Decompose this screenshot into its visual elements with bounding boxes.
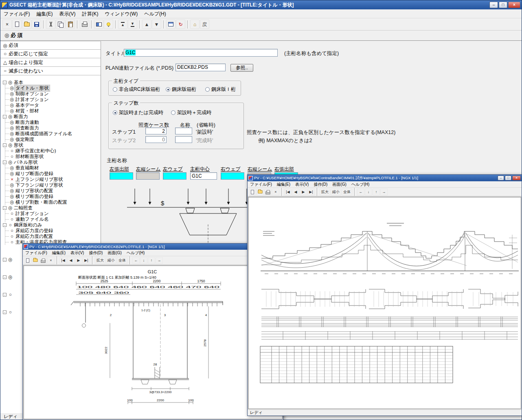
- pan-down-icon[interactable]: ↓: [140, 257, 147, 264]
- print-icon[interactable]: [264, 189, 272, 196]
- tree-item-0-2[interactable]: ◎計算オプション: [5, 97, 100, 102]
- tree-item-4-1[interactable]: ○連動ファイル名: [5, 216, 100, 222]
- pv1-menu-item-3[interactable]: 操作(D): [86, 250, 105, 256]
- tree-item-g5[interactable]: -○鋼床版桁のみ: [2, 222, 100, 228]
- girder-name-input-0[interactable]: [110, 172, 133, 180]
- pv1-menu-item-2[interactable]: 表示(V): [68, 250, 86, 256]
- cut-icon[interactable]: [46, 20, 55, 29]
- tree-item-g3[interactable]: -◎パネル形状: [2, 159, 100, 165]
- pv2-menu-item-2[interactable]: 表示(V): [293, 181, 311, 188]
- new-file-icon[interactable]: [249, 189, 256, 196]
- fit-button[interactable]: 全体: [342, 189, 352, 196]
- girder-type-radio-1[interactable]: 鋼床版箱桁: [166, 86, 196, 93]
- book-icon[interactable]: [94, 20, 103, 29]
- tree-item-1-3[interactable]: ◎仮定剛度: [5, 136, 100, 142]
- tree-item-g4[interactable]: -◎二軸照査: [2, 205, 100, 211]
- move-bottom-icon[interactable]: ▼: [128, 20, 137, 29]
- zoom-out-button[interactable]: 縮小: [331, 189, 341, 196]
- open-file-icon[interactable]: [22, 20, 31, 29]
- pv2-menu-item-5[interactable]: ヘルプ(H): [349, 181, 372, 188]
- copy-icon[interactable]: [56, 20, 65, 29]
- close-icon[interactable]: ×: [47, 257, 55, 264]
- next-page-icon[interactable]: ▶: [75, 257, 82, 264]
- prev-page-icon[interactable]: ◀: [67, 257, 75, 264]
- pv1-menu-item-4[interactable]: 画面(G): [105, 250, 124, 256]
- tree-item-0-4[interactable]: ◎材質・部材: [5, 108, 100, 114]
- tree-item-2-1[interactable]: ○部材断面形状: [5, 154, 100, 159]
- tree-item-3-1[interactable]: ◎縦リブ断面の登録: [5, 171, 100, 176]
- main-menu-item-0[interactable]: ファイル(F): [0, 9, 33, 18]
- open-file-icon[interactable]: [257, 189, 264, 196]
- zoom-out-button[interactable]: 縮小: [106, 257, 116, 264]
- tree-collapse-icon[interactable]: -: [3, 223, 7, 227]
- pv2-menu-item-3[interactable]: 操作(D): [311, 181, 330, 188]
- main-titlebar[interactable]: GSECT 箱桁主桁断面計算(非合成・鋼床版) - C:¥HyBRIDGE¥SA…: [0, 0, 522, 9]
- back-button[interactable]: 戻: [200, 20, 209, 29]
- pan-left-icon[interactable]: ←: [132, 257, 140, 264]
- tree-item-1-1[interactable]: ◎照査断面力: [5, 125, 100, 131]
- tree-collapse-icon[interactable]: -: [3, 143, 7, 147]
- tree-item-0-3[interactable]: ◎基本データ: [5, 102, 100, 108]
- pv2-menu-item-0[interactable]: ファイル(F): [248, 181, 274, 188]
- open-file-icon[interactable]: [32, 257, 39, 264]
- tree-item-g1[interactable]: -◎断面力: [2, 114, 100, 119]
- pv1-menu-item-0[interactable]: ファイル(F): [23, 250, 50, 256]
- tree-item-0-1[interactable]: ◎制御オプション: [5, 91, 100, 97]
- tree-item-1-0[interactable]: ◎断面力連動: [5, 119, 100, 125]
- window-icon[interactable]: [166, 20, 175, 29]
- tree-item-3-4[interactable]: ◎縦リブ形状の配置: [5, 188, 100, 194]
- main-menu-item-2[interactable]: 表示(V): [56, 9, 79, 18]
- title-input[interactable]: G1C: [124, 49, 278, 57]
- tree-item-g2[interactable]: -◎形状: [2, 142, 100, 148]
- pv1-titlebar[interactable]: PV - C:¥HyBRIDGE¥SAMPLE¥HyBRIDGE¥DECKB2¥…: [23, 244, 283, 250]
- prev-page-icon[interactable]: ◀: [292, 189, 299, 196]
- tree-item-4-0[interactable]: ○計算オプション: [5, 211, 100, 216]
- zoom-in-button[interactable]: 拡大: [95, 257, 105, 264]
- home-icon[interactable]: ⌂: [190, 20, 200, 29]
- plan-file-input[interactable]: DECKB2.PDS: [175, 64, 226, 71]
- tree-item-1-2[interactable]: ◎断面構成図描画ファイル名: [5, 131, 100, 136]
- pv1-menu-item-5[interactable]: ヘルプ(H): [124, 250, 147, 256]
- pan-up-icon[interactable]: ↑: [148, 257, 155, 264]
- tree-item-3-3[interactable]: ◎下フランジ縦リブ形状: [5, 182, 100, 188]
- move-down-icon[interactable]: ▼: [152, 20, 161, 29]
- minimize-button[interactable]: –: [498, 176, 504, 180]
- girder-type-radio-0[interactable]: 非合成RC床版箱桁: [113, 86, 160, 93]
- tree-collapse-icon[interactable]: -: [3, 310, 7, 314]
- girder-name-input-3[interactable]: G1C: [190, 172, 217, 180]
- close-icon[interactable]: ×: [272, 189, 279, 196]
- tree-item-0-0[interactable]: ◎タイトル・形状: [5, 85, 100, 91]
- print-icon[interactable]: [80, 20, 89, 29]
- pan-down-icon[interactable]: ↓: [365, 189, 372, 196]
- last-page-icon[interactable]: ▶|: [307, 189, 315, 196]
- first-page-icon[interactable]: |◀: [59, 257, 67, 264]
- girder-name-input-2[interactable]: [163, 172, 186, 180]
- tree-item-5-0[interactable]: ○床組応力度の登録: [5, 228, 100, 233]
- pv2-titlebar[interactable]: PV - C:¥USER¥HOME¥HyBSRC¥fs¥ContraBand¥C…: [248, 175, 522, 181]
- tree-collapse-icon[interactable]: -: [3, 81, 7, 84]
- tree-item-5-1[interactable]: ○床組応力度の配置: [5, 233, 100, 239]
- girder-name-input-4[interactable]: [221, 172, 244, 180]
- move-up-icon[interactable]: ▲: [142, 20, 151, 29]
- tree-item-2-0[interactable]: ○継手位置(主桁中心): [5, 148, 100, 154]
- steps-radio-1[interactable]: 架設時＋完成時: [171, 109, 211, 116]
- main-menu-item-1[interactable]: 編集(E): [33, 9, 56, 18]
- pan-right-icon[interactable]: →: [380, 189, 388, 196]
- tree-collapse-icon[interactable]: -: [3, 293, 7, 297]
- pan-right-icon[interactable]: →: [156, 257, 163, 264]
- girder-type-radio-2[interactable]: 鋼床版Ｉ桁: [205, 86, 236, 93]
- first-page-icon[interactable]: |◀: [284, 189, 292, 196]
- pv1-menu-item-1[interactable]: 編集(E): [50, 250, 68, 256]
- move-top-icon[interactable]: ▲: [118, 20, 127, 29]
- tree-item-3-5[interactable]: ◎横リブ断面の登録: [5, 194, 100, 199]
- tree-item-3-2[interactable]: ×上フランジ縦リブ形状: [5, 176, 100, 182]
- tree-collapse-icon[interactable]: -: [3, 275, 7, 279]
- print-icon[interactable]: [39, 257, 47, 264]
- close-button[interactable]: ×: [508, 2, 520, 8]
- save-icon[interactable]: [32, 20, 41, 29]
- fit-button[interactable]: 全体: [117, 257, 127, 264]
- main-menu-item-5[interactable]: ヘルプ(H): [141, 9, 169, 18]
- minimize-button[interactable]: –: [489, 2, 498, 8]
- tree-item-g0[interactable]: -◎基本: [2, 79, 100, 85]
- step1-name-input[interactable]: [175, 128, 192, 134]
